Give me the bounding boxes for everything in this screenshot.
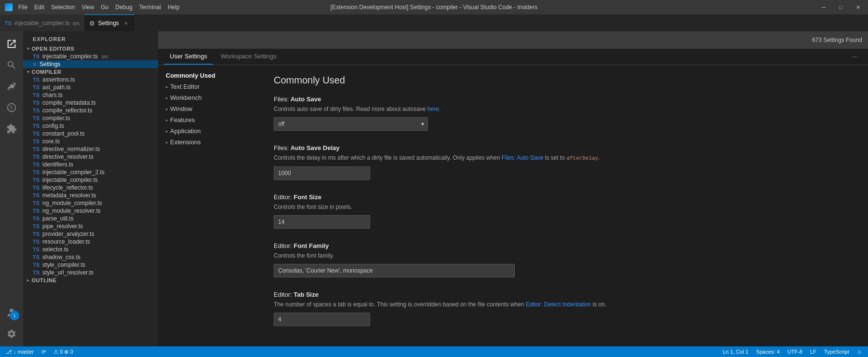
nav-item-features[interactable]: ▸ Features	[158, 114, 254, 125]
nav-chevron-extensions: ▸	[166, 140, 168, 145]
nav-item-extensions[interactable]: ▸ Extensions	[158, 137, 254, 148]
status-feedback[interactable]: ☺	[855, 349, 864, 355]
setting-link-files-auto-save[interactable]: Files: Auto Save	[502, 154, 544, 161]
status-ln-col[interactable]: Ln 1, Col 1	[721, 349, 750, 355]
ts-icon: TS	[33, 162, 40, 167]
setting-link-detect-indentation[interactable]: Editor: Detect Indentation	[526, 301, 591, 308]
menu-edit[interactable]: Edit	[34, 4, 44, 11]
list-item[interactable]: TSinjectable_compiler_2.ts	[23, 168, 158, 176]
list-item[interactable]: TScompile_metadata.ts	[23, 99, 158, 107]
open-editors-section[interactable]: ▾ OPEN EDITORS	[23, 45, 158, 53]
status-spaces[interactable]: Spaces: 4	[754, 349, 782, 355]
tab-label-injectable-compiler: injectable_compiler.ts	[14, 20, 70, 27]
activity-explorer[interactable]	[3, 35, 20, 53]
list-item[interactable]: TSstyle_url_resolver.ts	[23, 269, 158, 276]
setting-desc-files-auto-save: Controls auto save of dirty files. Read …	[274, 105, 849, 113]
outline-section-header[interactable]: ▸ OUTLINE	[23, 276, 158, 284]
setting-label-prefix-5: Editor:	[274, 291, 294, 298]
list-item[interactable]: TSassertions.ts	[23, 76, 158, 83]
setting-select-auto-save[interactable]: off afterDelay onFocusChange onWindowCha…	[274, 117, 428, 131]
menu-debug[interactable]: Debug	[115, 4, 132, 11]
open-file-settings[interactable]: ✕ Settings	[23, 60, 158, 68]
list-item[interactable]: TSselector.ts	[23, 246, 158, 253]
setting-label-font-size: Editor: Font Size	[274, 193, 849, 201]
menu-terminal[interactable]: Terminal	[139, 4, 161, 11]
list-item[interactable]: TScompile_reflector.ts	[23, 107, 158, 114]
setting-input-tab-size[interactable]	[274, 313, 370, 326]
list-item[interactable]: TSng_module_compiler.ts	[23, 199, 158, 207]
activity-source-control[interactable]	[3, 78, 20, 95]
activity-extensions[interactable]	[3, 120, 20, 137]
maximize-button[interactable]: □	[836, 3, 845, 11]
setting-input-auto-save-delay[interactable]	[274, 166, 370, 180]
list-item[interactable]: TSmetadata_resolver.ts	[23, 192, 158, 199]
close-button[interactable]: ✕	[853, 3, 863, 12]
nav-item-workbench[interactable]: ▸ Workbench	[158, 92, 254, 103]
ts-icon: TS	[33, 84, 40, 90]
list-item[interactable]: TSconfig.ts	[23, 122, 158, 130]
status-sync[interactable]: ⟳	[40, 349, 48, 355]
settings-more-button[interactable]: ···	[848, 51, 862, 63]
compiler-section-header[interactable]: ▾ COMPILER	[23, 68, 158, 76]
setting-desc-link-here[interactable]: here	[427, 106, 439, 112]
status-git-branch[interactable]: ⎇ ↓ master	[4, 349, 36, 355]
menu-selection[interactable]: Selection	[51, 4, 75, 11]
nav-item-window-label: Window	[170, 105, 192, 112]
tab-injectable-compiler[interactable]: TS injectable_compiler.ts src	[0, 14, 84, 31]
list-item[interactable]: TSng_module_resolver.ts	[23, 207, 158, 215]
list-item[interactable]: TSresource_loader.ts	[23, 238, 158, 246]
status-encoding[interactable]: UTF-8	[786, 349, 804, 355]
ts-icon: TS	[33, 262, 40, 268]
nav-item-text-editor[interactable]: ▸ Text Editor	[158, 81, 254, 92]
list-item[interactable]: TSpipe_resolver.ts	[23, 222, 158, 230]
list-item[interactable]: TSshadow_css.ts	[23, 253, 158, 261]
list-item[interactable]: TScore.ts	[23, 137, 158, 145]
status-eol[interactable]: LF	[808, 349, 818, 355]
list-item[interactable]: TSast_path.ts	[23, 83, 158, 91]
menu-view[interactable]: View	[81, 4, 94, 11]
list-item[interactable]: TSdirective_normalizer.ts	[23, 145, 158, 153]
activity-account[interactable]: 1	[3, 304, 20, 321]
open-file-name: injectable_compiler.ts	[42, 53, 98, 60]
menu-go[interactable]: Go	[101, 4, 108, 11]
list-item[interactable]: TSparse_util.ts	[23, 215, 158, 222]
activity-debug[interactable]	[3, 99, 20, 116]
setting-input-font-family[interactable]	[274, 264, 515, 277]
setting-input-font-size[interactable]	[274, 215, 370, 229]
activity-bar-bottom: 1	[3, 304, 20, 346]
ts-icon: TS	[33, 92, 40, 98]
minimize-button[interactable]: ─	[819, 3, 829, 11]
list-item[interactable]: TSstyle_compiler.ts	[23, 261, 158, 269]
menu-file[interactable]: File	[18, 4, 27, 11]
nav-item-window[interactable]: ▸ Window	[158, 103, 254, 114]
activity-search[interactable]	[3, 56, 20, 74]
file-name: ng_module_compiler.ts	[42, 200, 102, 206]
ts-icon: TS	[33, 123, 40, 129]
list-item[interactable]: TSprovider_analyzer.ts	[23, 230, 158, 238]
activity-manage[interactable]	[3, 325, 20, 343]
list-item[interactable]: TSlifecycle_reflector.ts	[23, 184, 158, 192]
nav-item-application[interactable]: ▸ Application	[158, 125, 254, 137]
menu-help[interactable]: Help	[168, 4, 180, 11]
status-errors[interactable]: ⚠ 0 ⊗ 0	[52, 349, 75, 355]
list-item[interactable]: TSchars.ts	[23, 91, 158, 99]
file-name: selector.ts	[42, 246, 68, 253]
tab-user-settings[interactable]: User Settings	[164, 49, 213, 65]
status-lang[interactable]: TypeScript	[822, 349, 851, 355]
list-item[interactable]: TSconstant_pool.ts	[23, 130, 158, 137]
tab-settings[interactable]: ⚙ Settings ✕	[84, 14, 134, 31]
tab-workspace-settings[interactable]: Workspace Settings	[215, 49, 282, 65]
ts-icon: TS	[33, 254, 40, 260]
status-bar: ⎇ ↓ master ⟳ ⚠ 0 ⊗ 0 Ln 1, Col 1 Spaces:…	[0, 346, 868, 357]
nav-item-commonly-used[interactable]: Commonly Used	[158, 70, 254, 81]
setting-files-auto-save-delay: Files: Auto Save Delay Controls the dela…	[274, 144, 849, 180]
tab-close-settings[interactable]: ✕	[122, 19, 130, 27]
list-item[interactable]: TSidentifiers.ts	[23, 161, 158, 168]
list-item[interactable]: TScompiler.ts	[23, 114, 158, 122]
list-item[interactable]: TSinjectable_compiler.ts	[23, 176, 158, 184]
open-file-injectable-compiler[interactable]: TS injectable_compiler.ts src	[23, 53, 158, 60]
list-item[interactable]: TSdirective_resolver.ts	[23, 153, 158, 161]
title-bar: File Edit Selection View Go Debug Termin…	[0, 0, 868, 14]
file-name: injectable_compiler_2.ts	[42, 169, 105, 176]
file-name: identifiers.ts	[42, 161, 73, 168]
